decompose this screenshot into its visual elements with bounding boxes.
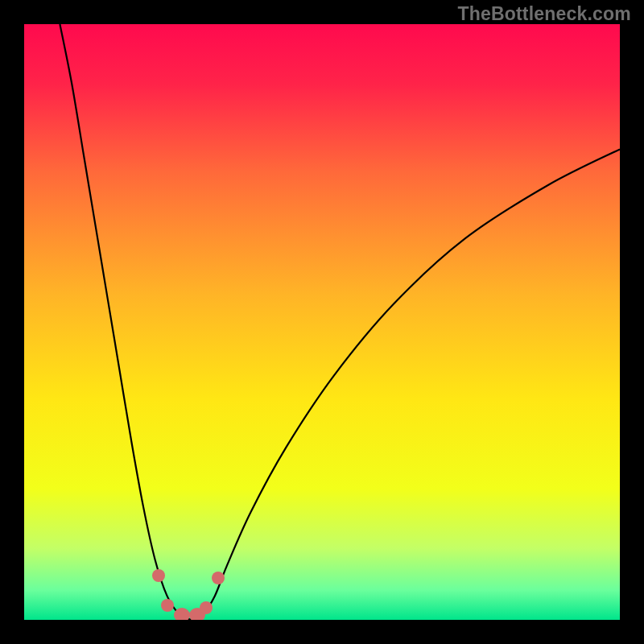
bottleneck-marker: [161, 599, 174, 612]
watermark-text: TheBottleneck.com: [457, 3, 631, 25]
curve-layer: [24, 24, 620, 620]
bottleneck-marker: [174, 608, 190, 620]
bottleneck-marker: [212, 572, 225, 584]
bottleneck-marker: [152, 569, 165, 582]
curve-left: [60, 24, 191, 620]
curve-right: [191, 149, 620, 620]
bottleneck-marker: [200, 601, 213, 614]
chart-frame: TheBottleneck.com: [0, 0, 644, 644]
plot-area: [24, 24, 620, 620]
